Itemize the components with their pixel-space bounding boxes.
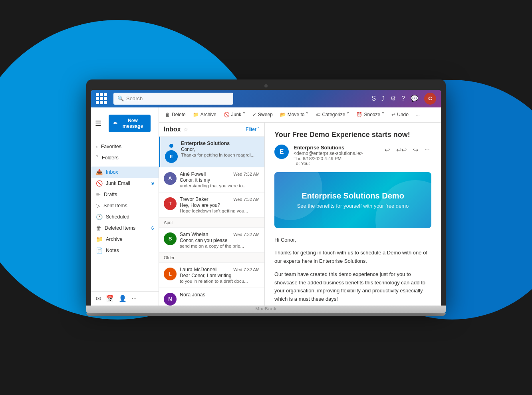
email-item-nora-jonas[interactable]: N Nora Jonas bbox=[159, 288, 264, 306]
reply-all-button[interactable]: ↩↩ bbox=[395, 145, 408, 155]
email-content-aine: Ainé Powell Wed 7:32 AM Conor, it is my … bbox=[180, 171, 260, 188]
more-bottom-icon[interactable]: ··· bbox=[131, 295, 137, 302]
email-sender-name: Trevor Baker bbox=[180, 197, 208, 202]
email-preview: Hope lockdown isn't getting you... bbox=[180, 208, 260, 213]
chevron-down-icon: ˅ bbox=[96, 155, 99, 161]
drafts-icon: ✏ bbox=[96, 191, 101, 198]
email-subject: Hey, How are you? bbox=[180, 202, 260, 208]
delete-button[interactable]: 🗑 Delete bbox=[162, 110, 189, 119]
junk-button[interactable]: 🚫 Junk ˅ bbox=[220, 110, 248, 119]
app-grid-icon[interactable] bbox=[96, 93, 107, 104]
email-preview: send me on a copy of the brie... bbox=[180, 244, 260, 248]
forward-button[interactable]: ↪ bbox=[411, 145, 420, 155]
email-item-laura-mcdonnell[interactable]: L Laura McDonnell Wed 7:32 AM Dear Conor… bbox=[159, 263, 264, 288]
email-preview: Thanks for getting in touch reagrdi... bbox=[181, 153, 260, 157]
sender-avatar-enterprise: E bbox=[165, 150, 178, 163]
sidebar-item-deleted[interactable]: 🗑 Deleted Items 6 bbox=[91, 222, 159, 234]
settings-icon[interactable]: ⚙ bbox=[390, 95, 396, 102]
email-sender-name: Sam Whelan bbox=[180, 232, 208, 237]
sender-avatar-aine: A bbox=[164, 172, 177, 185]
email-sender-name: Ainé Powell bbox=[180, 171, 206, 177]
more-email-actions-button[interactable]: ··· bbox=[423, 145, 431, 155]
email-item-sam-whelan[interactable]: S Sam Whelan Wed 7:32 AM Conor, can you … bbox=[159, 228, 264, 253]
user-avatar[interactable]: C bbox=[424, 93, 436, 105]
sidebar-item-sent[interactable]: ▷ Sent Items bbox=[91, 200, 159, 211]
archive-button[interactable]: 📁 Archive bbox=[190, 110, 220, 119]
sidebar-item-junk[interactable]: 🚫 Junk Email 9 bbox=[91, 178, 159, 189]
email-action-buttons: ↩ ↩↩ ↪ ··· bbox=[383, 145, 431, 155]
more-button[interactable]: ... bbox=[413, 110, 423, 119]
email-item-enterprise-solutions[interactable]: E Enterprise Solutions Conor, Thanks for… bbox=[159, 137, 264, 167]
svg-text:E: E bbox=[170, 154, 173, 159]
calendar-bottom-icon[interactable]: 📅 bbox=[106, 295, 114, 302]
sidebar-main-section: 📥 Inbox 🚫 Junk Email 9 ✏ Drafts bbox=[91, 165, 159, 258]
compose-icon: ✏ bbox=[113, 121, 117, 126]
inbox-icon: 📥 bbox=[96, 169, 103, 175]
snooze-button[interactable]: ⏰ Snooze ˅ bbox=[353, 110, 387, 119]
sidebar-item-favorites[interactable]: › Favorites bbox=[91, 141, 159, 152]
sidebar-item-folders[interactable]: ˅ Folders bbox=[91, 152, 159, 163]
help-icon[interactable]: ? bbox=[401, 95, 405, 102]
banner-title: Enterprise Solutions Demo bbox=[302, 191, 404, 200]
email-content-trevor: Trevor Baker Wed 7:32 AM Hey, How are yo… bbox=[180, 197, 260, 213]
email-subject: Conor, it is my bbox=[180, 177, 260, 183]
email-reader: Your Free Demo Experience starts now! E … bbox=[265, 123, 441, 306]
archive-toolbar-icon: 📁 bbox=[193, 112, 199, 117]
sidebar: ☰ ✏ New message › Favorites ˅ bbox=[91, 107, 159, 306]
hamburger-icon[interactable]: ☰ bbox=[95, 119, 101, 128]
sweep-button[interactable]: ✓ Sweep bbox=[249, 110, 276, 119]
sender-avatar-sam: S bbox=[164, 232, 177, 245]
new-message-button[interactable]: ✏ New message bbox=[109, 115, 151, 132]
sidebar-item-archive[interactable]: 📁 Archive bbox=[91, 234, 159, 245]
email-content-enterprise: Enterprise Solutions Conor, Thanks for g… bbox=[181, 141, 260, 163]
header-actions: S ⤴ ⚙ ? 💬 C bbox=[371, 93, 436, 105]
chevron-right-icon: › bbox=[96, 143, 98, 150]
email-body: Hi Conor, Thanks for getting in touch wi… bbox=[274, 236, 431, 306]
delete-icon: 🗑 bbox=[165, 112, 170, 117]
email-content-laura: Laura McDonnell Wed 7:32 AM Dear Conor, … bbox=[180, 267, 260, 284]
sidebar-item-notes[interactable]: 📄 Notes bbox=[91, 245, 159, 256]
skype-icon[interactable]: S bbox=[371, 95, 376, 102]
email-para1: Thanks for getting in touch with us to s… bbox=[274, 249, 431, 266]
search-input[interactable] bbox=[126, 95, 229, 101]
older-divider: Older bbox=[159, 253, 264, 263]
email-preview: to you in relation to a draft docu... bbox=[180, 279, 260, 284]
reply-button[interactable]: ↩ bbox=[383, 145, 391, 155]
main-panel: 🗑 Delete 📁 Archive 🚫 Junk ˅ bbox=[159, 107, 441, 306]
from-address: <demo@enterprise-solutions.ie> bbox=[294, 151, 378, 156]
sidebar-item-scheduled[interactable]: 🕐 Scheduled bbox=[91, 211, 159, 222]
email-content-nora: Nora Jonas bbox=[180, 292, 260, 306]
inbox-title: Inbox bbox=[164, 126, 181, 133]
email-para2: Our team have created this demo experien… bbox=[274, 270, 431, 304]
inbox-star-icon[interactable]: ☆ bbox=[183, 126, 189, 133]
sidebar-item-inbox[interactable]: 📥 Inbox bbox=[91, 167, 159, 178]
email-subject: Dear Conor, I am writing bbox=[180, 273, 260, 278]
comments-icon[interactable]: 💬 bbox=[411, 95, 419, 102]
feedback-icon[interactable]: ⤴ bbox=[381, 95, 385, 102]
email-item-trevor-baker[interactable]: T Trevor Baker Wed 7:32 AM Hey, How are … bbox=[159, 193, 264, 218]
mail-bottom-icon[interactable]: ✉ bbox=[96, 295, 101, 302]
sender-avatar-large: E bbox=[274, 145, 289, 159]
junk-icon: 🚫 bbox=[96, 180, 103, 187]
filter-button[interactable]: Filter ˅ bbox=[246, 127, 260, 132]
search-icon: 🔍 bbox=[117, 95, 124, 101]
macbook-bottom bbox=[86, 313, 446, 316]
undo-button[interactable]: ↩ Undo bbox=[388, 110, 412, 119]
screen-bezel: 🔍 S ⤴ ⚙ ? 💬 C ☰ bbox=[86, 79, 446, 306]
filter-chevron-icon: ˅ bbox=[257, 127, 260, 132]
email-meta: E Enterprise Solutions <demo@enterprise-… bbox=[274, 145, 431, 166]
email-to: To: You: bbox=[294, 161, 378, 166]
email-preview: understanding that you were to... bbox=[180, 183, 260, 188]
search-bar[interactable]: 🔍 bbox=[113, 93, 233, 105]
people-bottom-icon[interactable]: 👤 bbox=[119, 295, 127, 302]
email-item-aine-powell[interactable]: A Ainé Powell Wed 7:32 AM Conor, it is m… bbox=[159, 167, 264, 193]
email-subject: Conor, bbox=[181, 147, 260, 152]
email-content-sam: Sam Whelan Wed 7:32 AM Conor, can you pl… bbox=[180, 232, 260, 248]
sidebar-item-drafts[interactable]: ✏ Drafts bbox=[91, 189, 159, 200]
categorize-icon: 🏷 bbox=[316, 112, 320, 117]
sidebar-favorites-section: › Favorites ˅ Folders bbox=[91, 139, 159, 165]
move-to-button[interactable]: 📂 Move to ˅ bbox=[277, 110, 312, 119]
categorize-button[interactable]: 🏷 Categorize ˅ bbox=[312, 110, 352, 119]
from-name: Enterprise Solutions bbox=[294, 145, 378, 151]
email-banner: Enterprise Solutions Demo See the benefi… bbox=[274, 172, 431, 228]
